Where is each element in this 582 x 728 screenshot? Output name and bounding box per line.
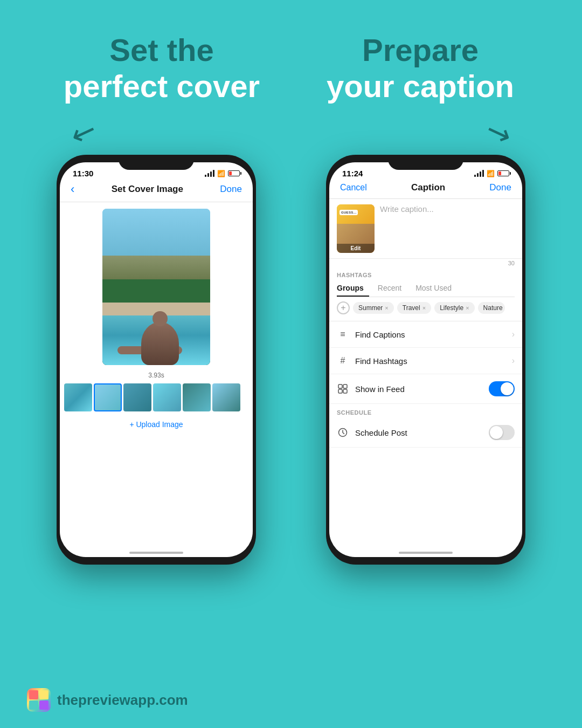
person-head	[153, 311, 168, 326]
remove-summer-icon[interactable]: ×	[385, 305, 388, 311]
person-silhouette	[141, 322, 179, 365]
tab-most-used[interactable]: Most Used	[415, 281, 457, 297]
back-button[interactable]: ‹	[71, 182, 74, 196]
filmstrip	[60, 381, 253, 414]
svg-rect-2	[338, 389, 342, 393]
left-heading-block: Set the perfect cover	[45, 32, 278, 104]
find-hashtags-item[interactable]: # Find Hashtags ›	[329, 348, 522, 374]
phone-right: 11:24 📶 Cancel Caption	[326, 155, 525, 565]
status-icons-right: 📶	[474, 170, 509, 177]
done-button-left[interactable]: Done	[220, 184, 242, 195]
hashtags-icon: #	[337, 355, 349, 367]
phone-left: 11:30 📶 ‹ Set Cover Image	[57, 155, 256, 565]
home-indicator-right	[399, 552, 453, 554]
foliage	[102, 279, 210, 303]
pill-travel[interactable]: Travel ×	[397, 302, 431, 314]
toggle-knob-feed	[501, 382, 514, 395]
signal-bar-2	[207, 173, 209, 177]
mountain	[102, 256, 210, 279]
nav-title-left: Set Cover Image	[112, 184, 183, 195]
brand-logo	[27, 688, 51, 712]
right-heading-block: Prepare your caption	[304, 32, 537, 104]
menu-section: ≡ Find Captions › # Find Hashtags ›	[329, 321, 522, 404]
caption-placeholder: Write caption...	[380, 202, 434, 214]
brand-name: thepreviewapp.com	[57, 692, 188, 709]
top-headings: Set the perfect cover Prepare your capti…	[0, 0, 582, 115]
caption-text-area[interactable]: Write caption...	[380, 204, 515, 253]
toggle-knob-schedule	[490, 426, 503, 439]
pill-lifestyle[interactable]: Lifestyle ×	[434, 302, 474, 314]
status-time-left: 11:30	[73, 169, 93, 178]
pool-photo	[102, 209, 210, 365]
cover-image	[102, 209, 210, 365]
logo-quad-1	[29, 690, 38, 699]
film-thumb-3[interactable]	[123, 383, 151, 411]
add-hashtag-button[interactable]: +	[337, 301, 350, 314]
show-in-feed-item: Show in Feed	[329, 374, 522, 404]
pill-nature[interactable]: Nature	[478, 302, 505, 314]
hashtag-tabs: Groups Recent Most Used	[337, 281, 515, 297]
find-hashtags-label: Find Hashtags	[355, 356, 407, 366]
guess-label: GUESS...	[340, 210, 358, 215]
schedule-post-item: Schedule Post	[329, 418, 522, 448]
show-in-feed-toggle[interactable]	[489, 381, 515, 396]
film-thumb-5[interactable]	[183, 383, 211, 411]
hashtags-label: HASHTAGS	[337, 272, 515, 278]
edit-label[interactable]: Edit	[337, 244, 375, 253]
left-arrow-icon: ↙	[66, 112, 101, 153]
logo-quad-2	[39, 690, 48, 699]
phone-left-screen: 11:30 📶 ‹ Set Cover Image	[60, 162, 253, 557]
char-count: 30	[329, 259, 522, 267]
caption-thumbnail[interactable]: GUESS... Edit	[337, 204, 375, 253]
find-captions-label: Find Captions	[355, 330, 405, 339]
show-in-feed-left: Show in Feed	[337, 383, 405, 395]
svg-rect-3	[343, 389, 347, 393]
signal-bar-1	[205, 175, 206, 177]
tab-groups[interactable]: Groups	[337, 281, 369, 297]
caption-area: GUESS... Edit Write caption...	[329, 199, 522, 259]
cancel-button[interactable]: Cancel	[340, 183, 367, 193]
right-heading: Prepare your caption	[304, 32, 537, 104]
remove-travel-icon[interactable]: ×	[422, 305, 426, 311]
nav-title-right: Caption	[411, 182, 445, 193]
grid-icon	[337, 383, 349, 395]
sky	[102, 209, 210, 256]
hashtags-chevron-icon: ›	[512, 356, 515, 366]
done-button-right[interactable]: Done	[489, 182, 511, 193]
footer-brand: thepreviewapp.com	[27, 688, 188, 712]
left-heading: Set the perfect cover	[45, 32, 278, 104]
find-captions-left: ≡ Find Captions	[337, 328, 405, 340]
phone-right-screen: 11:24 📶 Cancel Caption	[329, 162, 522, 557]
phone-left-notch	[119, 155, 194, 170]
signal-bar-3	[210, 171, 212, 177]
find-hashtags-left: # Find Hashtags	[337, 355, 407, 367]
schedule-post-left: Schedule Post	[337, 427, 407, 438]
captions-chevron-icon: ›	[512, 329, 515, 339]
arrow-section: ↙ ↘	[0, 115, 582, 149]
timestamp-label: 3.93s	[60, 372, 253, 379]
logo-quad-4	[39, 700, 48, 710]
schedule-post-toggle[interactable]	[489, 425, 515, 440]
film-thumb-1[interactable]	[64, 383, 92, 411]
captions-icon: ≡	[337, 328, 349, 340]
show-in-feed-label: Show in Feed	[355, 384, 405, 394]
right-arrow-icon: ↘	[480, 112, 515, 153]
film-thumb-4[interactable]	[153, 383, 181, 411]
tab-recent[interactable]: Recent	[378, 281, 407, 297]
battery-icon-left	[228, 170, 240, 176]
signal-icon-right	[474, 170, 484, 177]
status-time-right: 11:24	[342, 169, 363, 178]
film-thumb-6[interactable]	[212, 383, 240, 411]
remove-lifestyle-icon[interactable]: ×	[466, 305, 469, 311]
status-icons-left: 📶	[205, 170, 240, 177]
signal-icon	[205, 170, 214, 177]
film-thumb-2[interactable]	[94, 383, 122, 411]
schedule-section-label: SCHEDULE	[329, 404, 522, 418]
nav-bar-left: ‹ Set Cover Image Done	[60, 180, 253, 202]
phones-section: 11:30 📶 ‹ Set Cover Image	[0, 155, 582, 565]
hashtag-pills: + Summer × Travel × Lifestyle × Nature	[337, 301, 515, 314]
pill-summer[interactable]: Summer ×	[353, 302, 394, 314]
find-captions-item[interactable]: ≡ Find Captions ›	[329, 321, 522, 348]
phone-right-notch	[388, 155, 463, 170]
upload-image-button[interactable]: + Upload Image	[60, 416, 253, 433]
